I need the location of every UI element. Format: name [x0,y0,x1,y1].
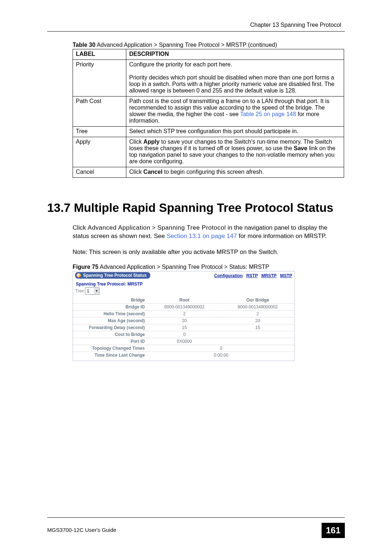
ss-tab-dot-icon [77,273,81,278]
priority-p1: Configure the priority for each port her… [129,61,232,67]
nav-stp: Spanning Tree Protocol [158,224,226,231]
row-label-priority: Priority [73,60,126,97]
ss-bridgeid-our: 8000-001349000002 [221,304,294,311]
mrstp-config-table: LABEL DESCRIPTION Priority Configure the… [73,49,344,178]
table-caption-prefix: Table 30 [73,42,95,48]
header-rule [47,31,345,32]
ss-hello-root: 2 [148,311,221,317]
apply-word: Apply [143,139,159,145]
row-label-apply: Apply [73,137,126,167]
ss-titlebar: Spanning Tree Protocol Status Configurat… [73,271,294,279]
ss-fwd-our: 15 [221,324,294,331]
ss-row-since: Time Since Last Change 0:00:00 [73,352,294,359]
figure-caption-prefix: Figure 75 [73,264,98,270]
ss-row-maxage: Max Age (second) 20 20 [73,317,294,324]
table-header-row: LABEL DESCRIPTION [73,49,344,60]
ss-label-topo: Topology Changed Times [73,345,148,352]
ss-label-since: Time Since Last Change [73,352,148,359]
ss-tree-label: Tree [75,288,84,294]
footer-rule [47,517,345,518]
ss-cost-root: 0 [148,331,221,338]
intro-paragraph: Click Advanced Application > Spanning Tr… [73,224,341,241]
ss-hello-our: 2 [221,311,294,317]
table-row: Cancel Click Cancel to begin configuring… [73,167,344,178]
row-desc-pathcost: Path cost is the cost of transmitting a … [126,97,344,127]
ss-tab-title: Spanning Tree Protocol Status [83,273,147,278]
row-desc-cancel: Click Cancel to begin configuring this s… [126,167,344,178]
ss-col-root: Root [148,297,221,304]
para-gt: > [150,224,157,231]
table-row: Priority Configure the priority for each… [73,60,344,97]
ss-row-cost: Cost to Bridge 0 [73,331,294,338]
row-desc-apply: Click Apply to save your changes to the … [126,137,344,167]
ss-label-cost: Cost to Bridge [73,331,148,338]
cancel-post: to begin configuring this screen afresh. [163,169,264,175]
ss-col-bridge: Bridge [73,297,148,304]
ss-tree-row: Tree 1 ▼ [75,287,294,295]
cancel-word: Cancel [143,169,162,175]
nav-adv-app: Advanced Application [88,224,151,231]
cancel-pre: Click [129,169,143,175]
table-row: Apply Click Apply to save your changes t… [73,137,344,167]
save-word: Save [294,145,307,151]
link-section-13-1[interactable]: Section 13.1 on page 147 [167,233,237,239]
ss-link-rstp[interactable]: RSTP [246,273,258,278]
status-screenshot: Spanning Tree Protocol Status Configurat… [73,271,295,361]
ss-subtitle: Spanning Tree Protocol: MRSTP [76,282,294,287]
chevron-down-icon: ▼ [94,288,99,294]
ss-fwd-root: 15 [148,324,221,331]
ss-label-bridgeid: Bridge ID [73,304,148,311]
ss-row-fwd: Forwarding Delay (second) 15 15 [73,324,294,331]
row-label-pathcost: Path Cost [73,97,126,127]
ss-link-configuration[interactable]: Configuration [214,273,243,278]
ss-maxage-our: 20 [221,317,294,324]
row-desc-priority: Configure the priority for each port her… [126,60,344,97]
ss-label-fwd: Forwarding Delay (second) [73,324,148,331]
para-post: for more information on MRSTP. [237,233,327,239]
para-pre: Click [73,224,88,231]
figure-caption-text: Advanced Application > Spanning Tree Pro… [98,264,269,270]
th-label: LABEL [73,49,126,60]
ss-status-table: Bridge Root Our Bridge Bridge ID 8000-00… [73,297,294,358]
apply-pre: Click [129,139,143,145]
table-caption-text: Advanced Application > Spanning Tree Pro… [95,42,277,48]
ss-col-our: Our Bridge [221,297,294,304]
row-label-tree: Tree [73,127,126,137]
row-label-cancel: Cancel [73,167,126,178]
section-title: 13.7 Multiple Rapid Spanning Tree Protoc… [47,200,345,215]
ss-link-mstp[interactable]: MSTP [280,273,292,278]
ss-links: Configuration RSTP MRSTP MSTP [212,273,292,278]
table-row: Path Cost Path cost is the cost of trans… [73,97,344,127]
ss-row-bridgeid: Bridge ID 8000-001349000002 8000-0013490… [73,304,294,311]
ss-portid-root: 0X0000 [148,338,221,345]
ss-row-topo: Topology Changed Times 0 [73,345,294,352]
ss-bridgeid-root: 8000-001349000002 [148,304,221,311]
ss-row-hello: Hello Time (second) 2 2 [73,311,294,317]
ss-topo-val: 0 [148,345,294,352]
row-desc-tree: Select which STP tree configuration this… [126,127,344,137]
ss-tree-value: 1 [87,288,89,294]
ss-link-mrstp[interactable]: MRSTP [261,273,277,278]
ss-maxage-root: 20 [148,317,221,324]
ss-row-portid: Port ID 0X0000 [73,338,294,345]
table-caption: Table 30 Advanced Application > Spanning… [73,42,345,48]
figure-caption: Figure 75 Advanced Application > Spannin… [73,264,345,270]
table-row: Tree Select which STP tree configuration… [73,127,344,137]
th-description: DESCRIPTION [126,49,344,60]
ss-portid-our [221,338,294,345]
footer-page-number: 161 [322,523,345,538]
footer-guide: MGS3700-12C User's Guide [47,527,116,533]
ss-label-hello: Hello Time (second) [73,311,148,317]
ss-since-val: 0:00:00 [148,352,294,359]
ss-head-row: Bridge Root Our Bridge [73,297,294,304]
chapter-header: Chapter 13 Spanning Tree Protocol [47,22,341,28]
priority-p2: Priority decides which port should be di… [129,74,334,94]
note-text: Note: This screen is only available afte… [73,249,341,256]
ss-cost-our [221,331,294,338]
ss-tab[interactable]: Spanning Tree Protocol Status [75,272,150,279]
ss-label-portid: Port ID [73,338,148,345]
link-table25[interactable]: Table 25 on page 148 [240,111,296,117]
ss-label-maxage: Max Age (second) [73,317,148,324]
ss-tree-select[interactable]: 1 ▼ [85,287,99,295]
